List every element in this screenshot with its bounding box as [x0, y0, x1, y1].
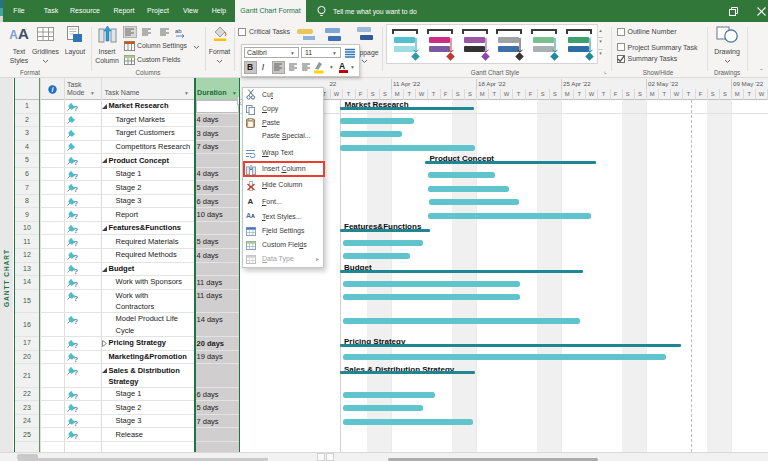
svg-text:ab: ab	[175, 28, 182, 34]
